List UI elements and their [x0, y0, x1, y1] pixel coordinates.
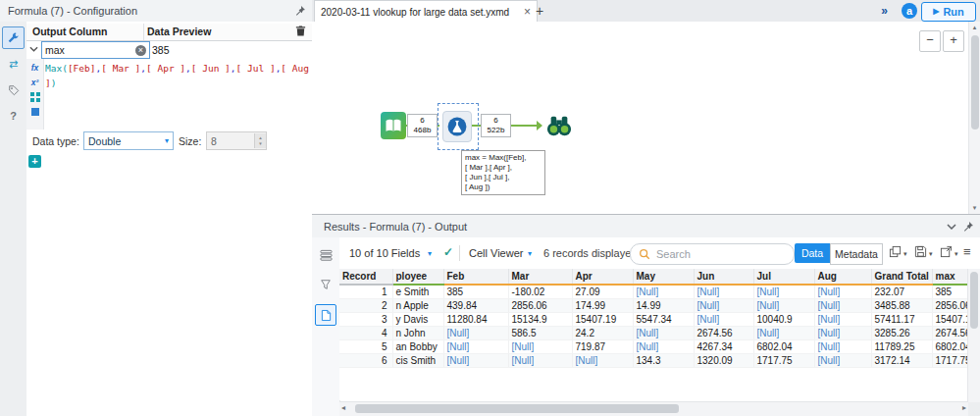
connections-list-icon[interactable] — [316, 245, 335, 265]
zoom-out-button[interactable]: − — [919, 30, 941, 52]
tool-annotation[interactable]: max = Max([Feb],[ Mar ],[ Apr ],[ Jun ],… — [461, 150, 545, 195]
table-cell[interactable]: 6802.04 — [932, 340, 968, 354]
table-cell[interactable]: 27.09 — [572, 285, 633, 299]
data-type-select[interactable]: Double ▾ — [83, 131, 174, 150]
table-cell[interactable]: 385 — [932, 285, 968, 299]
scrollbar-thumb[interactable] — [971, 35, 979, 130]
functions-icon[interactable]: fx — [27, 61, 42, 74]
spin-down-icon[interactable]: ▼ — [258, 141, 262, 147]
table-cell[interactable]: 174.99 — [572, 299, 633, 313]
canvas-vertical-scrollbar[interactable]: ▴ ▾ — [968, 22, 980, 214]
table-cell[interactable]: 2674.56 — [932, 327, 968, 340]
table-cell[interactable]: [Null] — [443, 340, 508, 354]
column-header-record[interactable]: Record — [339, 269, 392, 285]
table-cell[interactable]: [Null] — [694, 299, 753, 313]
table-cell[interactable]: [Null] — [508, 354, 572, 368]
chevron-down-icon[interactable]: ▾ — [528, 249, 532, 258]
table-cell[interactable]: 232.07 — [871, 285, 932, 299]
table-row[interactable]: 1e Smith385-180.0227.09[Null][Null][Null… — [339, 285, 968, 299]
funnel-icon[interactable] — [316, 275, 335, 294]
table-cell[interactable]: [Null] — [694, 285, 753, 299]
table-row[interactable]: 4n John[Null]586.524.2[Null]2674.56[Null… — [339, 327, 968, 340]
table-cell[interactable]: [Null] — [633, 340, 694, 354]
chevron-down-icon[interactable]: ▾ — [929, 250, 933, 258]
table-cell[interactable]: 1717.75 — [932, 354, 968, 368]
table-cell[interactable]: 24.2 — [572, 327, 633, 340]
table-cell[interactable]: 15407.19 — [572, 313, 633, 327]
column-header-max[interactable]: max — [932, 269, 968, 285]
column-header-jul[interactable]: Jul — [753, 269, 814, 285]
chevron-down-icon[interactable]: ▾ — [428, 249, 432, 258]
tab-overflow-icon[interactable]: » — [881, 4, 888, 18]
table-cell[interactable]: 2856.06 — [508, 299, 572, 313]
open-in-new-window-icon[interactable] — [940, 245, 953, 258]
column-header-ployee[interactable]: ployee — [392, 269, 443, 285]
formula-tool[interactable] — [442, 111, 472, 142]
table-cell[interactable]: 1320.09 — [694, 354, 753, 368]
columns-icon[interactable]: x² — [27, 76, 42, 88]
menu-icon[interactable]: ≡ — [963, 244, 971, 259]
table-cell[interactable]: 3285.26 — [871, 327, 932, 340]
table-cell[interactable]: 15407.19 — [932, 313, 968, 327]
pin-icon[interactable] — [294, 5, 306, 17]
formula-text[interactable]: Max([Feb],[ Mar ],[ Apr ],[ Jun ],[ Jul … — [45, 61, 310, 90]
chevron-down-icon[interactable] — [947, 224, 956, 230]
table-cell[interactable]: [Null] — [633, 285, 694, 299]
pin-icon[interactable] — [962, 221, 974, 233]
fields-dropdown[interactable]: 10 of 10 Fields — [349, 247, 420, 259]
table-cell[interactable]: an Bobby — [392, 340, 443, 354]
browse-tool[interactable] — [545, 111, 573, 140]
table-cell[interactable]: cis Smith — [392, 354, 443, 368]
table-cell[interactable]: 719.87 — [572, 340, 633, 354]
table-cell[interactable]: n John — [392, 327, 443, 340]
table-cell[interactable]: 134.3 — [633, 354, 694, 368]
column-header-mar[interactable]: Mar — [508, 269, 572, 285]
table-cell[interactable]: [Null] — [814, 299, 871, 313]
table-cell[interactable]: 4267.34 — [694, 340, 753, 354]
table-row[interactable]: 5an Bobby[Null][Null]719.87[Null]4267.34… — [339, 340, 968, 354]
table-cell[interactable]: [Null] — [814, 285, 871, 299]
navigation-arrows-icon[interactable]: ⇄ — [3, 54, 24, 75]
table-cell[interactable]: n Apple — [392, 299, 443, 313]
table-cell[interactable]: [Null] — [633, 327, 694, 340]
size-input[interactable]: 8 ▲ ▼ — [206, 131, 267, 150]
table-cell[interactable]: 57411.17 — [871, 313, 932, 327]
table-cell[interactable]: [Null] — [508, 340, 572, 354]
constants-icon[interactable] — [27, 90, 42, 103]
results-horizontal-scrollbar[interactable]: ◂ ▸ — [339, 401, 968, 416]
table-cell[interactable]: [Null] — [814, 340, 871, 354]
table-cell[interactable]: 5547.34 — [633, 313, 694, 327]
column-header-feb[interactable]: Feb — [443, 269, 508, 285]
table-cell[interactable]: 10040.9 — [753, 313, 814, 327]
close-icon[interactable]: × — [524, 6, 531, 18]
table-cell[interactable]: 3485.88 — [871, 299, 932, 313]
table-cell[interactable]: 385 — [443, 285, 508, 299]
table-cell[interactable]: [Null] — [443, 354, 508, 368]
chevron-down-icon[interactable]: ▾ — [954, 250, 958, 258]
connection-badge[interactable]: 6 468b — [407, 114, 438, 137]
save-icon[interactable] — [914, 245, 927, 258]
run-button[interactable]: ▶ Run — [921, 2, 976, 22]
workflow-canvas[interactable]: − + 6 468b 6 522b max = Max([Feb],[ Mar … — [312, 22, 968, 214]
table-cell[interactable]: [Null] — [694, 313, 753, 327]
clear-icon[interactable]: × — [135, 45, 146, 56]
output-column-input[interactable]: max × — [41, 41, 150, 59]
table-cell[interactable]: 6 — [339, 354, 392, 368]
table-cell[interactable]: 5 — [339, 340, 392, 354]
results-vertical-scrollbar[interactable] — [967, 269, 980, 402]
table-cell[interactable]: e Smith — [392, 285, 443, 299]
table-cell[interactable]: y Davis — [392, 313, 443, 327]
new-tab-button[interactable]: + — [532, 3, 547, 19]
column-header-may[interactable]: May — [633, 269, 694, 285]
table-cell[interactable]: 15134.9 — [508, 313, 572, 327]
table-cell[interactable]: 2856.06 — [932, 299, 968, 313]
table-cell[interactable]: [Null] — [814, 327, 871, 340]
copy-icon[interactable] — [889, 245, 902, 258]
input-data-tool[interactable] — [381, 112, 406, 139]
wrench-icon[interactable] — [2, 26, 25, 49]
scroll-down-icon[interactable]: ▾ — [969, 202, 980, 214]
chevron-down-icon[interactable]: ▾ — [903, 250, 907, 258]
chevron-down-icon[interactable] — [29, 46, 38, 52]
table-cell[interactable]: 11789.25 — [871, 340, 932, 354]
table-cell[interactable]: [Null] — [572, 354, 633, 368]
